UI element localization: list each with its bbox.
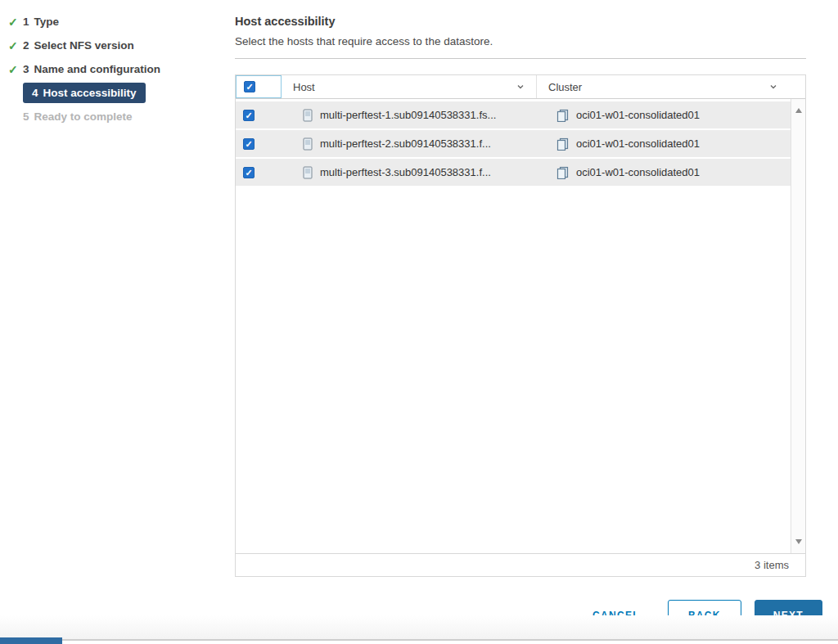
scroll-up-icon[interactable]: [791, 104, 805, 117]
table-row[interactable]: ✓ multi-perftest-1.sub09140538331.fs...: [236, 101, 791, 128]
wizard-step-label: 2Select NFS version: [23, 39, 134, 52]
row-checkbox[interactable]: ✓: [243, 110, 255, 121]
column-header-host[interactable]: Host: [282, 75, 537, 98]
vertical-scrollbar[interactable]: [791, 99, 805, 553]
host-cell: multi-perftest-2.sub09140538331.f...: [282, 137, 537, 151]
step-complete-check-icon: ✓: [8, 16, 23, 29]
cluster-name: oci01-w01-consolidated01: [576, 166, 700, 178]
wizard-step-label: 1Type: [23, 16, 59, 28]
wizard-steps-sidebar: ✓ 1Type ✓ 2Select NFS version ✓ 3Name an…: [8, 10, 229, 128]
table-row[interactable]: ✓ multi-perftest-3.sub09140538331.f...: [236, 159, 791, 186]
host-icon: [303, 109, 313, 122]
table-row[interactable]: ✓ multi-perftest-2.sub09140538331.f...: [236, 130, 791, 157]
cluster-name: oci01-w01-consolidated01: [576, 137, 700, 150]
host-cell: multi-perftest-1.sub09140538331.fs...: [282, 109, 537, 122]
active-step-pill: 4Host accessibility: [23, 83, 146, 103]
select-all-cell: ✓: [236, 75, 282, 98]
datagrid-body: ✓ multi-perftest-1.sub09140538331.fs...: [236, 99, 805, 553]
cluster-cell: oci01-w01-consolidated01: [537, 109, 791, 122]
scroll-down-icon[interactable]: [791, 535, 805, 548]
column-header-host-label: Host: [293, 81, 315, 93]
new-datastore-wizard: ✓ 1Type ✓ 2Select NFS version ✓ 3Name an…: [0, 0, 838, 644]
wizard-step-host-accessibility[interactable]: 4Host accessibility: [8, 81, 229, 105]
cluster-cell: oci01-w01-consolidated01: [537, 137, 791, 151]
row-checkbox-cell: ✓: [236, 110, 282, 121]
datagrid-footer: 3 items: [236, 553, 805, 576]
wizard-step-ready-to-complete: 5Ready to complete: [8, 105, 229, 128]
wizard-step-content: Host accessibility Select the hosts that…: [235, 0, 806, 577]
row-checkbox-cell: ✓: [236, 167, 282, 178]
page-title: Host accessibility: [235, 15, 806, 28]
cluster-icon: [556, 137, 570, 151]
select-all-checkbox[interactable]: ✓: [244, 81, 255, 92]
items-count: 3 items: [755, 559, 789, 571]
wizard-step-select-nfs-version[interactable]: ✓ 2Select NFS version: [8, 34, 229, 57]
cluster-icon: [556, 166, 570, 179]
host-name: multi-perftest-1.sub09140538331.fs...: [320, 109, 496, 121]
wizard-step-label: 3Name and configuration: [23, 63, 160, 75]
host-cell: multi-perftest-3.sub09140538331.f...: [282, 166, 537, 179]
host-icon: [303, 137, 313, 151]
wizard-step-name-and-configuration[interactable]: ✓ 3Name and configuration: [8, 57, 229, 81]
chevron-down-icon[interactable]: [769, 83, 777, 91]
cluster-icon: [556, 109, 570, 122]
host-name: multi-perftest-2.sub09140538331.f...: [320, 137, 491, 150]
wizard-step-type[interactable]: ✓ 1Type: [8, 10, 229, 34]
dialog-bottom-gradient: [0, 615, 838, 639]
step-complete-check-icon: ✓: [8, 39, 23, 52]
datagrid-rows: ✓ multi-perftest-1.sub09140538331.fs...: [236, 99, 791, 187]
wizard-step-label: 5Ready to complete: [23, 110, 133, 123]
row-checkbox-cell: ✓: [236, 138, 282, 150]
row-checkbox[interactable]: ✓: [243, 167, 255, 178]
page-subtitle: Select the hosts that require access to …: [235, 35, 806, 47]
chevron-down-icon[interactable]: [516, 83, 525, 91]
host-datagrid: ✓ Host Cluster: [235, 74, 806, 577]
column-header-cluster-label: Cluster: [548, 81, 582, 93]
bottom-left-blue-bar: [0, 637, 62, 644]
cluster-name: oci01-w01-consolidated01: [576, 109, 700, 121]
header-divider: [235, 58, 806, 59]
dialog-bottom-edge: [0, 639, 838, 641]
cluster-cell: oci01-w01-consolidated01: [537, 166, 791, 179]
step-complete-check-icon: ✓: [8, 63, 23, 76]
datagrid-header: ✓ Host Cluster: [236, 75, 805, 99]
host-icon: [303, 166, 313, 179]
host-name: multi-perftest-3.sub09140538331.f...: [320, 166, 491, 178]
row-checkbox[interactable]: ✓: [243, 138, 255, 150]
column-header-cluster[interactable]: Cluster: [537, 75, 805, 98]
